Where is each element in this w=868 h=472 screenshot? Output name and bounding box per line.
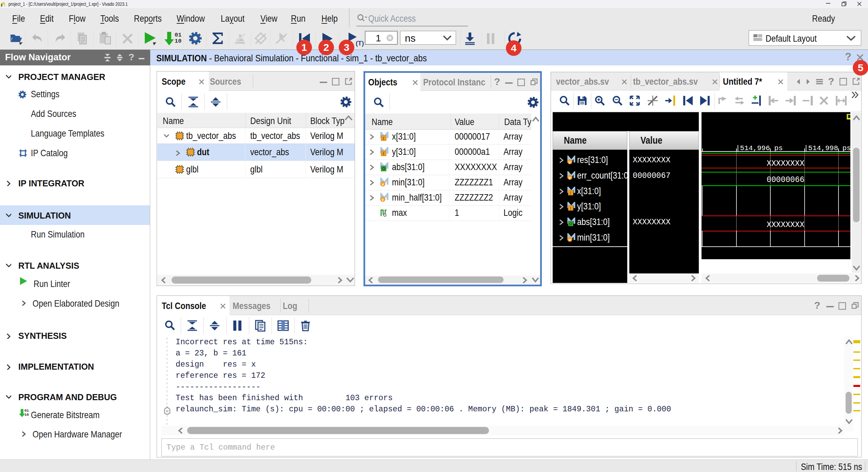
svg-text:I: I <box>383 151 384 156</box>
svg-text:I: I <box>570 206 571 211</box>
svg-text:O: O <box>382 166 385 171</box>
svg-text:v: v <box>569 176 571 180</box>
svg-text:10: 10 <box>175 38 181 44</box>
svg-text:(T): (T) <box>356 40 364 47</box>
svg-text:I: I <box>570 191 571 196</box>
svg-text:01: 01 <box>24 409 29 413</box>
svg-text:01: 01 <box>175 32 181 38</box>
svg-text:I: I <box>383 136 384 141</box>
svg-text:10: 10 <box>24 413 29 417</box>
svg-text:v: v <box>569 160 571 164</box>
svg-text:O: O <box>569 222 572 226</box>
svg-text:v: v <box>382 182 384 187</box>
svg-text:v: v <box>382 197 384 202</box>
svg-text:v: v <box>569 238 571 242</box>
